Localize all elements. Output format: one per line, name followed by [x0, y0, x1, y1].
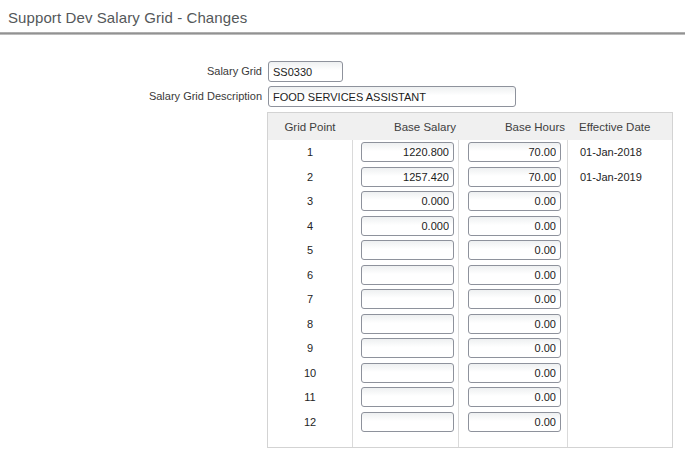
effective-date-value: [567, 214, 672, 239]
effective-date-value: [567, 410, 672, 435]
effective-date-value: 01-Jan-2019: [567, 165, 672, 190]
base-salary-input[interactable]: [361, 338, 454, 358]
effective-date-value: [567, 287, 672, 312]
effective-date-value: 01-Jan-2018: [567, 140, 672, 165]
grid-point-value: 12: [268, 410, 352, 435]
base-salary-input[interactable]: [361, 412, 454, 432]
page-title: Support Dev Salary Grid - Changes: [8, 9, 247, 26]
base-hours-input[interactable]: [468, 338, 561, 358]
effective-date-value: [567, 336, 672, 361]
base-hours-input[interactable]: [468, 191, 561, 211]
header-effective-date: Effective Date: [567, 113, 672, 140]
salary-grid-description-label: Salary Grid Description: [0, 86, 262, 107]
salary-grid-label: Salary Grid: [0, 61, 262, 82]
effective-date-value: [567, 238, 672, 263]
base-salary-input[interactable]: [361, 289, 454, 309]
grid-point-value: 8: [268, 312, 352, 337]
base-salary-input[interactable]: [361, 314, 454, 334]
grid-point-value: 6: [268, 263, 352, 288]
base-hours-input[interactable]: [468, 387, 561, 407]
table-row: 8: [268, 312, 672, 337]
grid-point-value: 3: [268, 189, 352, 214]
salary-grid-description-input[interactable]: [268, 86, 516, 107]
base-salary-input[interactable]: [361, 142, 454, 162]
base-hours-input[interactable]: [468, 363, 561, 383]
base-salary-input[interactable]: [361, 387, 454, 407]
table-header-row: Grid Point Base Salary Base Hours Effect…: [268, 113, 672, 140]
effective-date-value: [567, 263, 672, 288]
table-row: 6: [268, 263, 672, 288]
title-divider: [0, 32, 685, 35]
salary-grid-input[interactable]: [268, 61, 343, 82]
grid-point-value: 7: [268, 287, 352, 312]
header-base-hours: Base Hours: [458, 113, 567, 140]
base-salary-input[interactable]: [361, 167, 454, 187]
grid-point-value: 2: [268, 165, 352, 190]
effective-date-value: [567, 189, 672, 214]
table-row: 4: [268, 214, 672, 239]
table-row: 7: [268, 287, 672, 312]
base-hours-input[interactable]: [468, 167, 561, 187]
header-base-salary: Base Salary: [352, 113, 458, 140]
table-row: 10: [268, 361, 672, 386]
base-salary-input[interactable]: [361, 191, 454, 211]
base-hours-input[interactable]: [468, 265, 561, 285]
grid-point-value: 10: [268, 361, 352, 386]
table-row: 3: [268, 189, 672, 214]
table-row: 5: [268, 238, 672, 263]
base-hours-input[interactable]: [468, 216, 561, 236]
table-row: 11: [268, 385, 672, 410]
table-row: 9: [268, 336, 672, 361]
effective-date-value: [567, 361, 672, 386]
base-hours-input[interactable]: [468, 240, 561, 260]
base-salary-input[interactable]: [361, 240, 454, 260]
grid-point-value: 9: [268, 336, 352, 361]
table-filler-row: [268, 434, 672, 447]
base-hours-input[interactable]: [468, 412, 561, 432]
grid-point-value: 11: [268, 385, 352, 410]
table-row: 1 01-Jan-2018: [268, 140, 672, 165]
effective-date-value: [567, 385, 672, 410]
salary-grid-table: Grid Point Base Salary Base Hours Effect…: [267, 112, 673, 448]
base-hours-input[interactable]: [468, 289, 561, 309]
grid-point-value: 4: [268, 214, 352, 239]
base-salary-input[interactable]: [361, 363, 454, 383]
page: { "page": { "title": "Support Dev Salary…: [0, 0, 685, 452]
base-salary-input[interactable]: [361, 216, 454, 236]
table-row: 12: [268, 410, 672, 435]
table-row: 2 01-Jan-2019: [268, 165, 672, 190]
header-grid-point: Grid Point: [268, 113, 352, 140]
grid-point-value: 1: [268, 140, 352, 165]
effective-date-value: [567, 312, 672, 337]
base-hours-input[interactable]: [468, 142, 561, 162]
base-hours-input[interactable]: [468, 314, 561, 334]
base-salary-input[interactable]: [361, 265, 454, 285]
grid-point-value: 5: [268, 238, 352, 263]
